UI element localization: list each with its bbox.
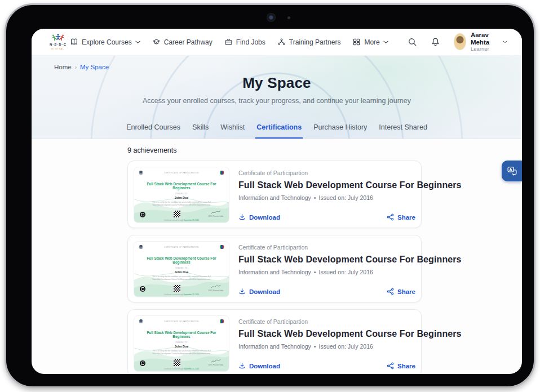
certificate-body-text: This is to certify that the candidate ha… [134, 350, 229, 355]
user-menu[interactable]: Aarav Mehta Learner [454, 32, 507, 52]
certificate-details: Certificate of Participartion Full Stack… [238, 241, 415, 296]
certificate-category: Information and Technology [238, 343, 311, 350]
chevron-down-icon [383, 41, 388, 44]
nav-career-pathway[interactable]: Career Pathway [152, 38, 213, 46]
download-button[interactable]: Download [238, 362, 280, 369]
certificate-footer-row: CEO, Pearson India [140, 284, 223, 292]
tab-wishlist[interactable]: Wishlist [219, 123, 246, 139]
nav-label: Explore Courses [82, 38, 132, 46]
nav-label: More [364, 38, 379, 46]
nav-explore-courses[interactable]: Explore Courses [70, 38, 140, 46]
nav-label: Career Pathway [164, 38, 213, 46]
certificate-header: CERTIFICATE OF PARTICIPATION [134, 172, 229, 174]
nav-training-partners[interactable]: Training Partners [277, 38, 341, 46]
certificate-issued-date: Issued on: July 2016 [319, 343, 373, 350]
breadcrumb-current[interactable]: My Space [80, 64, 109, 70]
certificate-footer-row: CEO, Pearson India [140, 210, 223, 217]
certificate-issue-note: Certificate issued through September 25,… [134, 293, 229, 296]
share-button[interactable]: Share [387, 362, 415, 369]
logo-subtext: DIGITAL [51, 48, 65, 50]
signature-icon [211, 284, 221, 289]
briefcase-icon [224, 38, 233, 46]
certificate-title-preview: Full Stack Web Development Course For Be… [134, 256, 229, 264]
certificate-details: Certificate of Participartion Full Stack… [238, 315, 415, 371]
seal-icon [140, 286, 145, 292]
user-name: Aarav Mehta [471, 32, 498, 46]
nav-label: Training Partners [289, 38, 341, 46]
certificate-footer-row: CEO, Pearson India [140, 359, 223, 366]
certifications-panel: 9 achievements CERTIFIC [32, 139, 522, 374]
certificate-body-text: This is to certify that the candidate ha… [134, 201, 229, 207]
share-icon [387, 362, 394, 369]
download-button[interactable]: Download [238, 288, 280, 295]
breadcrumb-home[interactable]: Home [54, 64, 72, 70]
certificate-thumbnail[interactable]: CERTIFICATE OF PARTICIPATION Full Stack … [134, 241, 229, 297]
certificate-issue-note: Certificate issued through September 25,… [134, 219, 229, 221]
certificate-title: Full Stack Web Development Course For Be… [238, 255, 415, 265]
tab-enrolled-courses[interactable]: Enrolled Courses [125, 123, 182, 139]
certificate-type-label: Certificate of Participartion [238, 318, 415, 325]
user-role: Learner [471, 46, 498, 52]
book-icon [70, 38, 78, 46]
search-button[interactable] [408, 37, 417, 47]
seal-icon [140, 360, 145, 366]
share-icon [387, 288, 394, 295]
certificate-issued-to-label: ISSUED TO [134, 193, 229, 195]
qr-code [174, 211, 180, 217]
avatar [454, 33, 466, 50]
translate-icon [507, 166, 517, 176]
certificate-meta: Information and Technology • Issued on: … [238, 194, 415, 201]
achievements-count: 9 achievements [127, 146, 522, 154]
certificate-header: CERTIFICATE OF PARTICIPATION [134, 320, 229, 323]
certificate-issue-note: Certificate issued through September 25,… [134, 368, 229, 370]
certificate-actions: Download Share [238, 213, 415, 222]
nsdc-logo[interactable]: N·S·D·C DIGITAL [46, 33, 70, 52]
translate-button[interactable] [502, 161, 522, 181]
breadcrumb: Home › My Space [54, 64, 109, 70]
download-button[interactable]: Download [238, 213, 280, 221]
meta-dot: • [314, 194, 316, 201]
tab-certifications[interactable]: Certifications [255, 123, 303, 139]
nav-find-jobs[interactable]: Find Jobs [224, 38, 265, 46]
certificate-issued-to-label: ISSUED TO [134, 341, 229, 344]
nav-actions: Aarav Mehta Learner [408, 32, 507, 52]
certificate-card: CERTIFICATE OF PARTICIPATION Full Stack … [127, 235, 422, 302]
certificate-type-label: Certificate of Participartion [238, 244, 415, 251]
download-icon [238, 288, 246, 295]
certificate-body-text: This is to certify that the candidate ha… [134, 275, 229, 281]
certificate-title-preview: Full Stack Web Development Course For Be… [134, 331, 229, 338]
app-screen: N·S·D·C DIGITAL Explore Courses Career [32, 29, 522, 374]
certificate-thumbnail[interactable]: CERTIFICATE OF PARTICIPATION Full Stack … [134, 167, 229, 223]
certificate-recipient-name: John Doe [134, 345, 229, 348]
light-sensor [287, 16, 290, 19]
certificate-card: CERTIFICATE OF PARTICIPATION Full Stack … [127, 309, 422, 374]
meta-dot: • [314, 269, 316, 275]
signature-block: CEO, Pearson India [208, 284, 223, 292]
signature-text: CEO, Pearson India [208, 364, 223, 366]
certificate-category: Information and Technology [238, 269, 311, 275]
certificate-recipient-name: John Doe [134, 196, 229, 199]
nav-more[interactable]: More [352, 38, 388, 46]
download-icon [238, 362, 246, 369]
certificate-recipient-name: John Doe [134, 270, 229, 274]
certificate-details: Certificate of Participartion Full Stack… [238, 167, 415, 222]
notifications-button[interactable] [431, 37, 440, 47]
certificate-card: CERTIFICATE OF PARTICIPATION Full Stack … [127, 161, 422, 228]
certificate-issued-date: Issued on: July 2016 [319, 194, 373, 201]
certificate-category: Information and Technology [238, 194, 311, 201]
top-navbar: N·S·D·C DIGITAL Explore Courses Career [32, 29, 522, 56]
tab-interest-shared[interactable]: Interest Shared [378, 123, 428, 139]
share-button[interactable]: Share [387, 288, 415, 295]
certificate-thumbnail[interactable]: CERTIFICATE OF PARTICIPATION Full Stack … [134, 315, 229, 372]
share-button[interactable]: Share [387, 213, 415, 221]
signature-icon [211, 210, 221, 215]
tab-bar: Enrolled Courses Skills Wishlist Certifi… [32, 123, 522, 139]
hero-section: Home › My Space My Space Access your enr… [32, 56, 522, 139]
tab-skills[interactable]: Skills [191, 123, 210, 139]
qr-code [174, 285, 180, 292]
tab-purchase-history[interactable]: Purchase History [312, 123, 368, 139]
certificate-meta: Information and Technology • Issued on: … [238, 269, 415, 275]
share-icon [387, 213, 394, 221]
signature-text: CEO, Pearson India [208, 289, 223, 292]
meta-dot: • [314, 343, 316, 350]
